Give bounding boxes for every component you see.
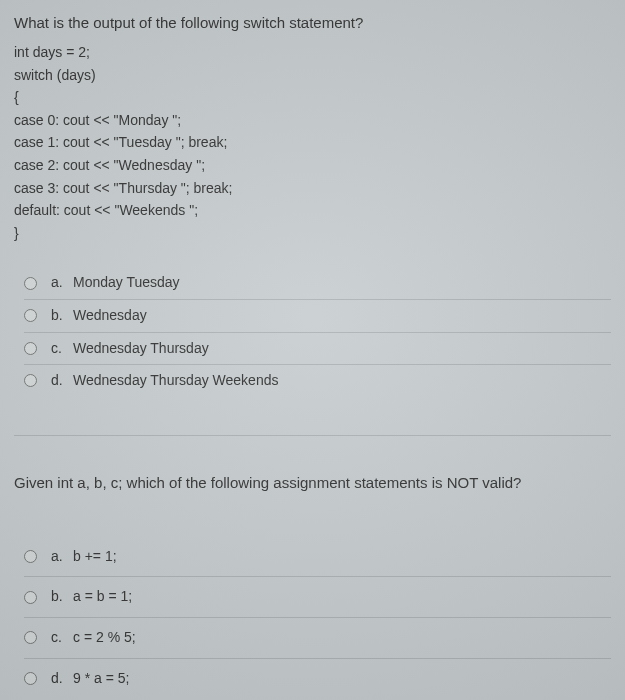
answer-text: 9 * a = 5; (73, 669, 129, 689)
answer-option[interactable]: b. Wednesday (24, 300, 611, 333)
answer-text: Monday Tuesday (73, 273, 180, 293)
code-line: switch (days) (14, 66, 611, 86)
answer-option[interactable]: a. Monday Tuesday (24, 267, 611, 300)
spacer (14, 503, 611, 537)
answer-letter: c. (51, 339, 73, 359)
radio-icon[interactable] (24, 672, 37, 685)
answer-letter: d. (51, 371, 73, 391)
answer-option[interactable]: b. a = b = 1; (24, 577, 611, 618)
answer-text: b += 1; (73, 547, 117, 567)
question-2: Given int a, b, c; which of the followin… (14, 472, 611, 698)
question-1: What is the output of the following swit… (14, 12, 611, 397)
answer-letter: c. (51, 628, 73, 648)
answer-letter: b. (51, 306, 73, 326)
answer-option[interactable]: c. c = 2 % 5; (24, 618, 611, 659)
radio-icon[interactable] (24, 342, 37, 355)
code-block-1: int days = 2; switch (days) { case 0: co… (14, 43, 611, 243)
answer-text: Wednesday Thursday Weekends (73, 371, 278, 391)
code-line: default: cout << "Weekends "; (14, 201, 611, 221)
radio-icon[interactable] (24, 277, 37, 290)
answers-q1: a. Monday Tuesday b. Wednesday c. Wednes… (14, 267, 611, 396)
radio-icon[interactable] (24, 374, 37, 387)
answer-option[interactable]: d. Wednesday Thursday Weekends (24, 365, 611, 397)
answer-option[interactable]: c. Wednesday Thursday (24, 333, 611, 366)
code-line: case 1: cout << "Tuesday "; break; (14, 133, 611, 153)
answer-text: c = 2 % 5; (73, 628, 136, 648)
code-line: { (14, 88, 611, 108)
question-2-title: Given int a, b, c; which of the followin… (14, 472, 611, 493)
answer-letter: a. (51, 547, 73, 567)
answer-text: Wednesday Thursday (73, 339, 209, 359)
radio-icon[interactable] (24, 309, 37, 322)
answer-letter: a. (51, 273, 73, 293)
question-1-title: What is the output of the following swit… (14, 12, 611, 33)
code-line: case 2: cout << "Wednesday "; (14, 156, 611, 176)
code-line: } (14, 224, 611, 244)
code-line: case 0: cout << "Monday "; (14, 111, 611, 131)
question-divider (14, 435, 611, 436)
answer-text: Wednesday (73, 306, 147, 326)
code-line: case 3: cout << "Thursday "; break; (14, 179, 611, 199)
answer-option[interactable]: a. b += 1; (24, 537, 611, 578)
answer-option[interactable]: d. 9 * a = 5; (24, 659, 611, 699)
answer-text: a = b = 1; (73, 587, 132, 607)
answer-letter: d. (51, 669, 73, 689)
answer-letter: b. (51, 587, 73, 607)
radio-icon[interactable] (24, 591, 37, 604)
code-line: int days = 2; (14, 43, 611, 63)
answers-q2: a. b += 1; b. a = b = 1; c. c = 2 % 5; d… (14, 537, 611, 698)
radio-icon[interactable] (24, 550, 37, 563)
radio-icon[interactable] (24, 631, 37, 644)
